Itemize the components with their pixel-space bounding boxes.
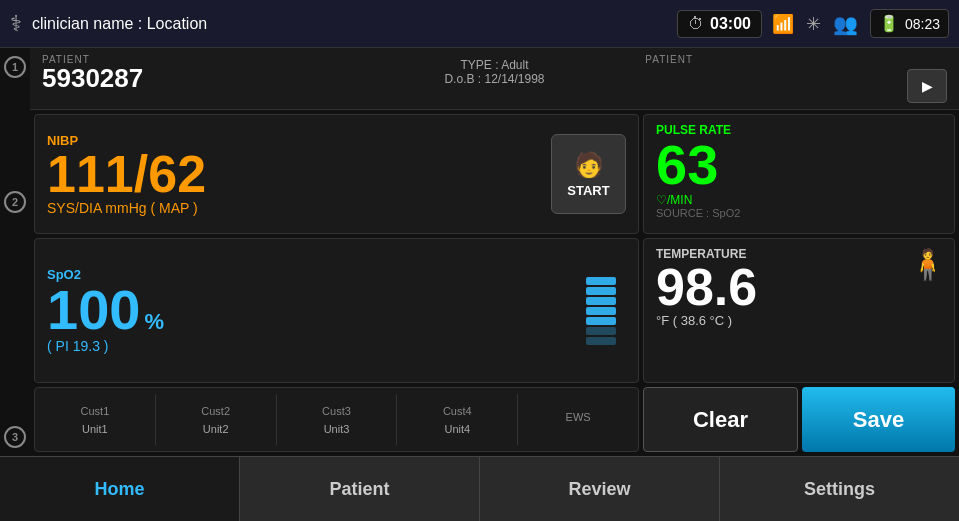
patient-right: PATIENT ▶ [645,54,947,103]
ews-label: EWS [566,411,591,423]
cust3-value: Unit3 [324,423,350,435]
spo2-bar-seg-1 [586,277,616,285]
pulse-panel: PULSE RATE 63 ♡/MIN SOURCE : SpO2 [643,114,955,234]
patient-info-bar: PATIENT 5930287 TYPE : Adult D.o.B : 12/… [30,48,959,110]
custom-field-ews[interactable]: EWS [518,394,638,445]
nibp-unit: SYS/DIA mmHg ( MAP ) [47,200,551,216]
body-temp-icon: 🧍 [909,247,946,282]
timer-block: ⏱ 03:00 [677,10,762,38]
custom-field-1[interactable]: Cust1 Unit1 [35,394,156,445]
pulse-source: SOURCE : SpO2 [656,207,942,219]
annotation-3: 3 [4,426,26,448]
logo-icon: ⚕ [10,11,22,37]
spo2-bar [586,277,616,345]
spo2-value-row: 100 % [47,282,586,338]
temp-unit: °F ( 38.6 °C ) [656,313,942,328]
tab-home[interactable]: Home [0,457,240,521]
header-time: 03:00 [710,15,751,33]
tab-settings[interactable]: Settings [720,457,959,521]
spo2-bar-seg-4 [586,307,616,315]
tab-patient-label: Patient [329,479,389,500]
battery-time: 08:23 [905,16,940,32]
custom-fields-row: Cust1 Unit1 Cust2 Unit2 Cust3 Unit3 Cu [34,387,639,452]
pulse-value: 63 [656,137,942,193]
nibp-data: NIBP 111/62 SYS/DIA mmHg ( MAP ) [47,133,551,216]
action-buttons: Clear Save [643,387,955,452]
spo2-bar-seg-2 [586,287,616,295]
patient-type: TYPE : Adult [344,58,646,72]
spo2-data: SpO2 100 % ( PI 19.3 ) [47,267,586,354]
clock-icon: ⏱ [688,15,704,33]
spo2-bar-seg-6 [586,327,616,335]
spo2-unit: % [144,309,164,335]
patient-center: TYPE : Adult D.o.B : 12/14/1998 [344,54,646,86]
custom-field-2[interactable]: Cust2 Unit2 [156,394,277,445]
tab-settings-label: Settings [804,479,875,500]
battery-block: 🔋 08:23 [870,9,949,38]
cust3-label: Cust3 [322,405,351,417]
body-area: 1 2 3 PATIENT 5930287 TYPE : Adult [0,48,959,456]
type-value: Adult [501,58,528,72]
spo2-value: 100 [47,282,140,338]
patient-left: PATIENT 5930287 [42,54,344,91]
cust4-label: Cust4 [443,405,472,417]
tab-home-label: Home [94,479,144,500]
save-button[interactable]: Save [802,387,955,452]
tab-patient[interactable]: Patient [240,457,480,521]
app-container: ⚕ clinician name : Location ⏱ 03:00 📶 ✳ … [0,0,959,521]
nibp-panel: NIBP 111/62 SYS/DIA mmHg ( MAP ) 🧑 START [34,114,639,234]
cust1-value: Unit1 [82,423,108,435]
annotation-sidebar: 1 2 3 [0,48,30,456]
spo2-bar-seg-3 [586,297,616,305]
patient-right-label: PATIENT [645,54,947,65]
nibp-value: 111/62 [47,148,551,200]
clear-button[interactable]: Clear [643,387,798,452]
users-icon: 👥 [833,12,858,36]
right-panels: PULSE RATE 63 ♡/MIN SOURCE : SpO2 TEMPER… [643,114,955,452]
spo2-bar-seg-7 [586,337,616,345]
dob-label: D.o.B : [444,72,481,86]
header-title: clinician name : Location [32,15,677,33]
battery-icon: 🔋 [879,14,899,33]
left-panels: NIBP 111/62 SYS/DIA mmHg ( MAP ) 🧑 START… [34,114,639,452]
main-section: PATIENT 5930287 TYPE : Adult D.o.B : 12/… [30,48,959,456]
cust2-value: Unit2 [203,423,229,435]
cust1-label: Cust1 [81,405,110,417]
dob-value: 12/14/1998 [484,72,544,86]
nibp-start-button[interactable]: 🧑 START [551,134,626,214]
patient-dob: D.o.B : 12/14/1998 [344,72,646,86]
start-label: START [567,183,609,198]
custom-field-3[interactable]: Cust3 Unit3 [277,394,398,445]
signal-icon: 📶 [772,13,794,35]
patient-id: 5930287 [42,65,344,91]
wireless-icon: ✳ [806,13,821,35]
annotation-1: 1 [4,56,26,78]
type-label: TYPE : [460,58,498,72]
tab-review-label: Review [568,479,630,500]
nav-tabs: Home Patient Review Settings [0,456,959,521]
header: ⚕ clinician name : Location ⏱ 03:00 📶 ✳ … [0,0,959,48]
spo2-bar-seg-5 [586,317,616,325]
person-icon: 🧑 [574,151,604,179]
annotation-2: 2 [4,191,26,213]
cust4-value: Unit4 [444,423,470,435]
temperature-panel: TEMPERATURE 98.6 °F ( 38.6 °C ) 🧍 [643,238,955,383]
custom-field-4[interactable]: Cust4 Unit4 [397,394,518,445]
play-button[interactable]: ▶ [907,69,947,103]
cust2-label: Cust2 [201,405,230,417]
tab-review[interactable]: Review [480,457,720,521]
temp-value: 98.6 [656,261,942,313]
panels-row: NIBP 111/62 SYS/DIA mmHg ( MAP ) 🧑 START… [30,110,959,456]
spo2-panel: SpO2 100 % ( PI 19.3 ) [34,238,639,383]
